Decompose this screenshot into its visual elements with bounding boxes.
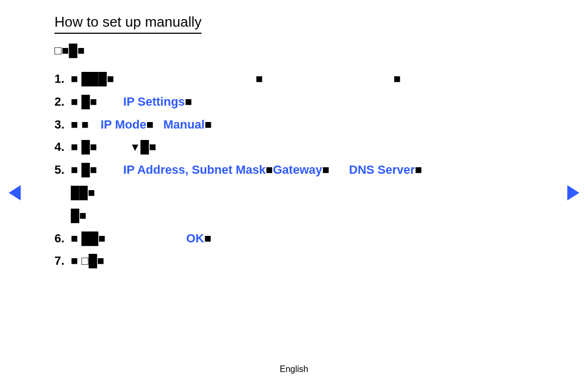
step-number: 1. [54, 68, 71, 90]
step-item: 7.■ □█■ [54, 249, 534, 272]
steps-list: 1.■ ███■■■2.■ █■IP Settings■3.■ ■IP Mode… [54, 68, 534, 272]
keyword: DNS Server [349, 163, 415, 176]
keyword: IP Address, Subnet Mask [123, 163, 266, 176]
step-number: 6. [54, 227, 71, 250]
step-text: ■ █■ [71, 95, 97, 108]
next-page-arrow[interactable] [567, 185, 579, 200]
step-text: ■ □█■ [71, 254, 105, 267]
step-text: ██■ [71, 186, 95, 199]
step-item: 3.■ ■IP Mode■Manual■ [54, 113, 534, 136]
step-text: ■ █■ [71, 140, 97, 154]
step-number: 3. [54, 113, 71, 136]
intro-text: □■█■ [54, 44, 534, 58]
step-text: ■ [255, 72, 262, 86]
down-arrow-icon: ▼ [130, 137, 140, 157]
step-item: 6.■ ██■OK■ [54, 227, 534, 250]
keyword: IP Settings [123, 95, 185, 108]
step-item: 5.■ █■IP Address, Subnet Mask■Gateway■DN… [54, 159, 534, 181]
keyword: Gateway [273, 163, 322, 176]
step-item-continuation: ██■ [54, 181, 534, 204]
step-number: 7. [54, 249, 71, 272]
step-item: 1.■ ███■■■ [54, 68, 534, 90]
page-title: How to set up manually [54, 14, 201, 34]
step-text: ■ [185, 95, 192, 108]
step-item-continuation: █■ [54, 204, 534, 227]
step-text: ■ [204, 231, 211, 245]
step-text: ■ █■ [71, 163, 97, 176]
step-item: 2.■ █■IP Settings■ [54, 90, 534, 113]
keyword: OK [186, 231, 204, 245]
step-text: ■ ██■ [71, 231, 106, 245]
step-text: ■ ███■ [71, 72, 114, 86]
step-text: ■ [322, 163, 329, 176]
step-number: 4. [54, 136, 71, 159]
step-text: █■ [140, 140, 156, 154]
step-text: ■ [415, 163, 422, 176]
step-item: 4.■ █■▼█■ [54, 136, 534, 159]
step-text: ■ [266, 163, 273, 176]
language-indicator: English [0, 364, 588, 374]
step-number: 5. [54, 159, 71, 181]
keyword: IP Mode [101, 118, 146, 131]
step-text: ■ [394, 72, 401, 86]
step-text: ■ ■ [71, 118, 89, 131]
step-text: ■ [205, 118, 212, 131]
step-text: █■ [71, 209, 87, 222]
prev-page-arrow[interactable] [9, 185, 21, 200]
step-text: ■ [146, 118, 154, 131]
keyword: Manual [163, 118, 205, 131]
step-number: 2. [54, 90, 71, 113]
